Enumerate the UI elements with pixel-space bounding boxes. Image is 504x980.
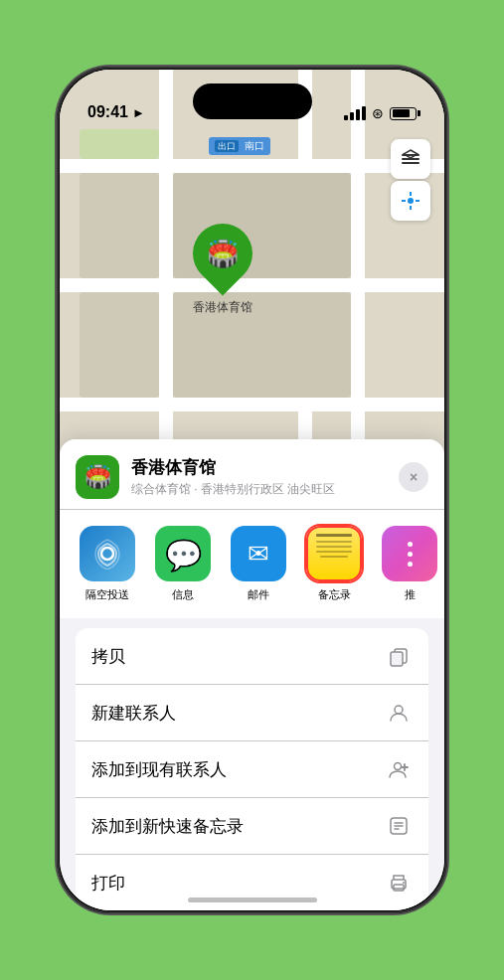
map-label-text: 南口 <box>245 140 264 151</box>
map-label-icon: 出口 <box>215 140 239 152</box>
map-block-left <box>80 173 159 278</box>
phone-frame: 09:41 ► ⊛ <box>57 67 447 913</box>
location-pin: 🏟️ 香港体育馆 <box>193 224 252 316</box>
share-item-messages[interactable]: 💬 信息 <box>151 526 215 602</box>
signal-bars-icon <box>344 106 366 120</box>
more-icon <box>382 526 437 581</box>
action-print-label: 打印 <box>91 872 385 895</box>
svg-point-9 <box>101 548 113 560</box>
close-button[interactable]: × <box>399 462 428 492</box>
venue-icon: 🏟️ <box>76 455 119 499</box>
airdrop-icon <box>80 526 135 581</box>
more-dots <box>408 542 413 567</box>
notes-line-5 <box>320 556 349 558</box>
notes-icon <box>306 526 362 581</box>
svg-rect-11 <box>391 652 403 666</box>
map-controls <box>391 139 430 221</box>
svg-point-12 <box>395 706 403 714</box>
map-block-left2 <box>80 292 159 398</box>
notes-line-1 <box>316 534 352 537</box>
action-add-notes-label: 添加到新快速备忘录 <box>91 815 385 838</box>
share-item-airdrop[interactable]: 隔空投送 <box>76 526 139 602</box>
svg-point-4 <box>408 198 414 204</box>
add-notes-icon <box>385 812 413 840</box>
signal-bar-2 <box>350 112 354 120</box>
svg-point-22 <box>403 882 405 884</box>
action-add-contact-label: 添加到现有联系人 <box>91 758 385 781</box>
action-copy-label: 拷贝 <box>91 645 385 668</box>
share-item-more[interactable]: 推 <box>378 526 441 602</box>
copy-icon <box>385 642 413 670</box>
map-location-button[interactable] <box>391 181 430 221</box>
action-new-contact[interactable]: 新建联系人 <box>76 685 428 741</box>
mail-icon: ✉ <box>231 526 286 581</box>
map-block-park <box>80 129 159 159</box>
map-road-h1 <box>60 159 444 173</box>
mail-label: 邮件 <box>248 587 269 602</box>
sheet-header: 🏟️ 香港体育馆 综合体育馆 · 香港特别行政区 油尖旺区 × <box>60 439 444 509</box>
messages-icon: 💬 <box>155 526 211 581</box>
signal-bar-4 <box>362 106 366 120</box>
more-dot-2 <box>408 552 413 557</box>
map-road-h2 <box>60 278 444 292</box>
wifi-icon: ⊛ <box>372 105 384 121</box>
signal-bar-1 <box>344 115 348 120</box>
action-copy[interactable]: 拷贝 <box>76 628 428 685</box>
airdrop-label: 隔空投送 <box>85 587 129 602</box>
venue-info: 香港体育馆 综合体育馆 · 香港特别行政区 油尖旺区 <box>131 456 387 498</box>
pin-venue-icon: 🏟️ <box>207 239 239 269</box>
pin-label: 香港体育馆 <box>193 299 252 316</box>
notes-line-2 <box>316 541 352 543</box>
new-contact-icon <box>385 699 413 727</box>
battery-fill <box>393 109 411 117</box>
svg-rect-21 <box>394 885 404 891</box>
share-row: 隔空投送 💬 信息 ✉ 邮件 <box>60 509 444 618</box>
dynamic-island <box>193 83 312 119</box>
notes-line-3 <box>316 546 352 548</box>
pin-circle: 🏟️ <box>180 212 264 296</box>
venue-name: 香港体育馆 <box>131 456 387 479</box>
notes-line-4 <box>316 551 352 553</box>
status-icons: ⊛ <box>344 105 417 121</box>
action-add-notes[interactable]: 添加到新快速备忘录 <box>76 798 428 855</box>
more-label: 推 <box>405 587 416 602</box>
battery-icon <box>390 107 417 120</box>
messages-label: 信息 <box>172 587 194 602</box>
location-arrow-icon: ► <box>132 105 145 120</box>
action-add-contact[interactable]: 添加到现有联系人 <box>76 741 428 798</box>
map-label-nankou: 出口 南口 <box>209 137 270 155</box>
action-new-contact-label: 新建联系人 <box>91 702 385 725</box>
status-time: 09:41 <box>87 103 128 121</box>
more-dot-3 <box>408 562 413 567</box>
svg-point-13 <box>395 763 402 770</box>
share-item-mail[interactable]: ✉ 邮件 <box>227 526 290 602</box>
action-list: 拷贝 新建联系人 <box>76 628 428 910</box>
more-dot-1 <box>408 542 413 547</box>
add-contact-icon <box>385 755 413 783</box>
bottom-sheet: 🏟️ 香港体育馆 综合体育馆 · 香港特别行政区 油尖旺区 × <box>60 439 444 910</box>
notes-label: 备忘录 <box>318 587 351 602</box>
phone-screen: 09:41 ► ⊛ <box>60 70 444 910</box>
venue-subtitle: 综合体育馆 · 香港特别行政区 油尖旺区 <box>131 481 387 498</box>
signal-bar-3 <box>356 109 360 120</box>
home-indicator <box>188 898 317 902</box>
print-icon <box>385 869 413 897</box>
map-road-h3 <box>60 398 444 411</box>
svg-rect-2 <box>402 162 420 164</box>
share-item-notes[interactable]: 备忘录 <box>302 526 366 602</box>
map-layers-button[interactable] <box>391 139 430 179</box>
